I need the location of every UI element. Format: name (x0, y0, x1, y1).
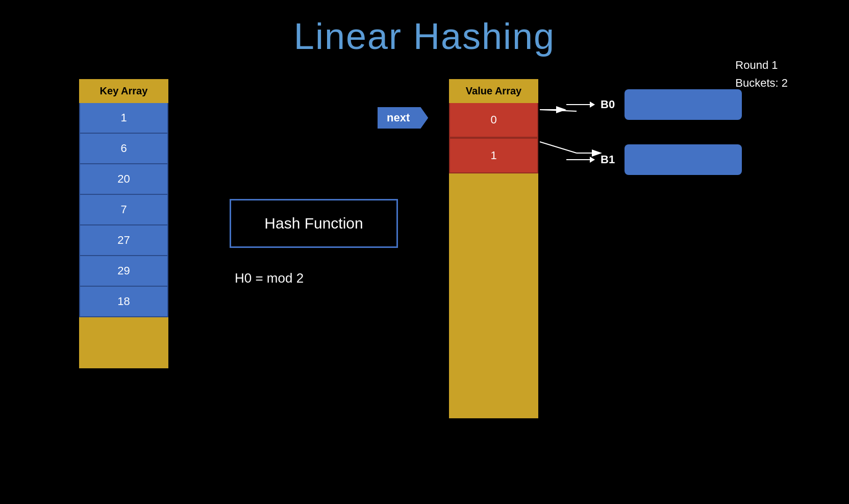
hash-formula: H0 = mod 2 (235, 270, 304, 286)
key-array-cell-1: 6 (79, 134, 168, 164)
key-array-cell-0: 1 (79, 103, 168, 134)
bucket-label-0: B0 (601, 98, 618, 111)
value-array-cell-0: 0 (449, 103, 538, 138)
key-array-cell-6: 18 (79, 287, 168, 317)
value-array-header: Value Array (449, 79, 538, 103)
value-array-empty (449, 173, 538, 418)
buckets-label: Buckets: 2 (735, 74, 788, 92)
next-label: next (378, 107, 428, 129)
value-array-cell-1: 1 (449, 138, 538, 173)
buckets-container: B0 B1 (566, 89, 742, 199)
bucket-box-0 (625, 89, 742, 120)
key-array-cell-2: 20 (79, 164, 168, 195)
key-array: Key Array 1 6 20 7 27 29 18 (79, 79, 168, 368)
key-array-header: Key Array (79, 79, 168, 103)
key-array-cell-4: 27 (79, 225, 168, 256)
next-arrow-container: next (378, 107, 428, 129)
hash-function-box: Hash Function (230, 199, 398, 248)
round-info: Round 1 Buckets: 2 (735, 56, 788, 92)
key-array-cell-5: 29 (79, 256, 168, 287)
key-array-empty (79, 317, 168, 368)
key-array-cell-3: 7 (79, 195, 168, 225)
value-array: Value Array 0 1 (449, 79, 538, 418)
bucket-box-1 (625, 144, 742, 175)
hash-function-label: Hash Function (264, 215, 363, 232)
page-title: Linear Hashing (0, 0, 849, 57)
bucket-row-0: B0 (566, 89, 742, 120)
bucket-label-1: B1 (601, 153, 618, 166)
bucket-row-1: B1 (566, 144, 742, 175)
round-label: Round 1 (735, 56, 788, 74)
